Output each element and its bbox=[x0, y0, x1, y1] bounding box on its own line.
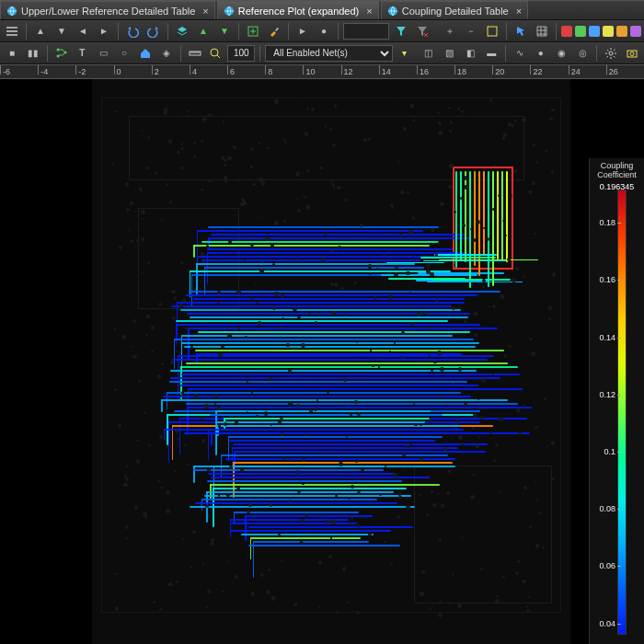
plus-square-icon bbox=[247, 25, 259, 38]
brush-button[interactable] bbox=[265, 22, 283, 40]
svg-point-10 bbox=[609, 52, 613, 55]
shape-rect-button[interactable]: ▭ bbox=[94, 44, 112, 63]
layers-button[interactable] bbox=[173, 22, 191, 40]
fit-button[interactable] bbox=[483, 22, 501, 40]
color5-button[interactable] bbox=[616, 26, 627, 37]
pcb-board-view bbox=[92, 79, 570, 644]
tab-upper-lower-ref[interactable]: Upper/Lower Reference Detailed Table × bbox=[0, 1, 215, 19]
menu-button[interactable] bbox=[3, 22, 21, 40]
measure-button[interactable] bbox=[186, 44, 204, 63]
ruler-tick: 26 bbox=[606, 65, 607, 75]
color6-button[interactable] bbox=[630, 26, 641, 37]
tree-button[interactable] bbox=[52, 44, 71, 63]
redo-button[interactable] bbox=[144, 22, 163, 40]
ruler-tick: -2 bbox=[75, 65, 76, 75]
tab-reference-plot[interactable]: Reference Plot (expanded) × bbox=[217, 1, 379, 19]
zoom-in-button[interactable]: ＋ bbox=[441, 22, 459, 40]
view-3d-button[interactable]: ◧ bbox=[461, 44, 479, 63]
move-north-button[interactable]: ▲ bbox=[31, 22, 50, 40]
pads-icon: ● bbox=[538, 48, 544, 58]
ruler-tick: 12 bbox=[341, 65, 342, 75]
view-wire-button[interactable]: ▧ bbox=[441, 44, 459, 63]
close-icon[interactable]: × bbox=[202, 6, 208, 17]
color3-button[interactable] bbox=[589, 26, 600, 37]
layer-up-button[interactable]: ▲ bbox=[194, 22, 213, 40]
ruler-tick: 0 bbox=[114, 65, 115, 75]
funnel-x-icon bbox=[417, 26, 428, 37]
toggle-net-button[interactable]: ∿ bbox=[511, 44, 529, 63]
category-button[interactable]: ◈ bbox=[157, 44, 176, 63]
close-icon[interactable]: × bbox=[366, 6, 372, 17]
tab-label: Reference Plot (expanded) bbox=[238, 6, 359, 17]
grid-button[interactable] bbox=[533, 22, 551, 40]
rect-icon: ▭ bbox=[99, 48, 108, 58]
net-icon: ∿ bbox=[516, 48, 523, 58]
search-button[interactable] bbox=[206, 44, 224, 63]
text-button[interactable]: T bbox=[73, 44, 91, 63]
wireframe-icon: ▧ bbox=[445, 48, 454, 58]
ruler-tick: 24 bbox=[569, 65, 569, 75]
record-icon: ● bbox=[321, 26, 327, 36]
add-shape-button[interactable] bbox=[244, 22, 262, 40]
horizontal-ruler: -6-4-20246810121416182022242628 bbox=[0, 64, 644, 79]
camera-icon bbox=[626, 47, 638, 60]
nets-dropdown[interactable]: All Enabled Net(s) bbox=[265, 45, 393, 62]
move-south-button[interactable]: ▼ bbox=[52, 22, 71, 40]
ruler-tick: 14 bbox=[379, 65, 380, 75]
workspace-canvas[interactable]: Coupling Coefficient 0.196345 0.180.160.… bbox=[0, 79, 644, 644]
svg-point-12 bbox=[630, 52, 634, 55]
globe-icon bbox=[387, 6, 398, 17]
zoom-out-button[interactable]: － bbox=[462, 22, 480, 40]
view-shaded-button[interactable]: ◫ bbox=[420, 44, 438, 63]
select-button[interactable] bbox=[512, 22, 530, 40]
toggle-pads-button[interactable]: ● bbox=[532, 44, 550, 63]
funnel-clear-button[interactable] bbox=[413, 22, 431, 40]
zoom-input[interactable] bbox=[227, 45, 255, 62]
circle-icon: ○ bbox=[121, 48, 127, 58]
nets-dropdown-arrow[interactable]: ▾ bbox=[396, 44, 414, 63]
record-button[interactable]: ● bbox=[315, 22, 333, 40]
svg-rect-4 bbox=[488, 27, 497, 36]
view-flat-button[interactable]: ▬ bbox=[482, 44, 500, 63]
legend-tick: 0.14 bbox=[595, 333, 615, 342]
ruler-tick: 22 bbox=[530, 65, 531, 75]
play-button[interactable]: ► bbox=[293, 22, 312, 40]
move-west-button[interactable]: ◄ bbox=[74, 22, 92, 40]
via-icon: ◎ bbox=[579, 48, 587, 58]
legend-gradient bbox=[617, 190, 627, 635]
color2-button[interactable] bbox=[575, 26, 586, 37]
ruler-tick: 20 bbox=[492, 65, 493, 75]
toggle-silk-button[interactable]: ◉ bbox=[553, 44, 571, 63]
ruler-tick: 16 bbox=[417, 65, 418, 75]
legend-tick: 0.18 bbox=[595, 218, 615, 227]
ruler-tick: -6 bbox=[0, 65, 1, 75]
pause-button[interactable]: ▮▮ bbox=[24, 44, 42, 63]
color4-button[interactable] bbox=[603, 26, 614, 37]
settings-button[interactable] bbox=[602, 44, 620, 63]
color1-button[interactable] bbox=[561, 26, 572, 37]
stop-icon: ■ bbox=[9, 48, 15, 58]
stop-button[interactable]: ■ bbox=[3, 44, 21, 63]
tree-icon bbox=[55, 47, 68, 60]
toggle-via-button[interactable]: ◎ bbox=[574, 44, 592, 63]
tab-label: Upper/Lower Reference Detailed Table bbox=[21, 6, 195, 17]
layer-down-button[interactable]: ▼ bbox=[215, 22, 234, 40]
pause-icon: ▮▮ bbox=[28, 48, 39, 58]
close-icon[interactable]: × bbox=[516, 6, 522, 17]
undo-button[interactable] bbox=[123, 22, 142, 40]
cursor-icon bbox=[514, 25, 527, 38]
funnel-button[interactable] bbox=[392, 22, 410, 40]
shape-circle-button[interactable]: ○ bbox=[115, 44, 133, 63]
move-east-button[interactable]: ► bbox=[95, 22, 113, 40]
capture-button[interactable] bbox=[623, 44, 641, 63]
tab-coupling-table[interactable]: Coupling Detailed Table × bbox=[381, 1, 528, 19]
ruler-icon bbox=[189, 47, 201, 60]
ruler-tick: 6 bbox=[227, 65, 228, 75]
cube-icon: ◫ bbox=[424, 48, 432, 58]
legend-tick: 0.06 bbox=[595, 561, 615, 570]
filter-input[interactable] bbox=[343, 23, 389, 40]
tag-icon: ◈ bbox=[163, 48, 170, 58]
home-button[interactable] bbox=[136, 44, 155, 63]
perspective-icon: ◧ bbox=[466, 48, 475, 58]
triangle-up-icon: ▲ bbox=[199, 26, 208, 36]
